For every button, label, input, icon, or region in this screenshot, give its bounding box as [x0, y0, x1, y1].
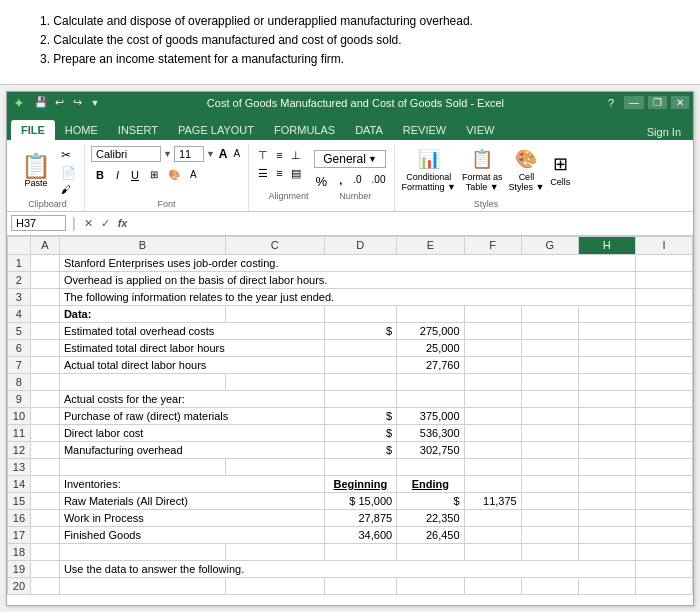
row-header-16[interactable]: 16 — [8, 509, 31, 526]
cell-e16[interactable]: 22,350 — [397, 509, 464, 526]
col-header-g[interactable]: G — [521, 236, 578, 254]
decrease-font-btn[interactable]: A — [232, 148, 243, 159]
cell-f10[interactable] — [464, 407, 521, 424]
row-header-3[interactable]: 3 — [8, 288, 31, 305]
cell-b9[interactable]: Actual costs for the year: — [59, 390, 324, 407]
cell-h13[interactable] — [578, 458, 635, 475]
col-header-e[interactable]: E — [397, 236, 464, 254]
cell-a11[interactable] — [30, 424, 59, 441]
cell-styles-btn[interactable]: 🎨 CellStyles ▼ — [508, 148, 544, 194]
cell-e11[interactable]: 536,300 — [397, 424, 464, 441]
save-icon[interactable]: 💾 — [33, 95, 49, 111]
cell-f12[interactable] — [464, 441, 521, 458]
cell-f14[interactable] — [464, 475, 521, 492]
cell-b18[interactable] — [59, 543, 225, 560]
align-bottom-btn[interactable]: ⊥ — [288, 148, 304, 163]
cell-h9[interactable] — [578, 390, 635, 407]
align-center-btn[interactable]: ≡ — [273, 166, 285, 181]
row-header-14[interactable]: 14 — [8, 475, 31, 492]
col-header-b[interactable]: B — [59, 236, 225, 254]
cell-f20[interactable] — [464, 577, 521, 594]
cell-i19[interactable] — [635, 560, 692, 577]
underline-button[interactable]: U — [126, 167, 144, 183]
cell-d11[interactable]: $ — [324, 424, 397, 441]
italic-button[interactable]: I — [111, 167, 124, 183]
cell-c4[interactable] — [225, 305, 324, 322]
cell-f9[interactable] — [464, 390, 521, 407]
cell-d20[interactable] — [324, 577, 397, 594]
cancel-formula-btn[interactable]: ✕ — [82, 217, 95, 230]
sign-in-btn[interactable]: Sign In — [639, 124, 689, 140]
cell-i9[interactable] — [635, 390, 692, 407]
cell-a15[interactable] — [30, 492, 59, 509]
cell-h11[interactable] — [578, 424, 635, 441]
cell-h14[interactable] — [578, 475, 635, 492]
cell-f6[interactable] — [464, 339, 521, 356]
number-format-dropdown[interactable]: General ▼ — [314, 150, 386, 168]
cell-i12[interactable] — [635, 441, 692, 458]
cell-i7[interactable] — [635, 356, 692, 373]
cell-h16[interactable] — [578, 509, 635, 526]
cell-g9[interactable] — [521, 390, 578, 407]
align-right-btn[interactable]: ▤ — [288, 166, 304, 181]
row-header-15[interactable]: 15 — [8, 492, 31, 509]
minimize-btn[interactable]: — — [624, 96, 644, 109]
border-btn[interactable]: ⊞ — [146, 167, 162, 182]
decrease-decimal-btn[interactable]: .00 — [369, 172, 389, 191]
help-icon[interactable]: ? — [608, 97, 614, 109]
cell-b20[interactable] — [59, 577, 225, 594]
formula-input[interactable] — [133, 216, 689, 230]
row-header-6[interactable]: 6 — [8, 339, 31, 356]
cell-e9[interactable] — [397, 390, 464, 407]
cell-h10[interactable] — [578, 407, 635, 424]
cell-i3[interactable] — [635, 288, 692, 305]
cell-h7[interactable] — [578, 356, 635, 373]
cell-a19[interactable] — [30, 560, 59, 577]
tab-data[interactable]: DATA — [345, 120, 393, 140]
font-name-dropdown-icon[interactable]: ▼ — [163, 149, 172, 159]
cell-h6[interactable] — [578, 339, 635, 356]
cell-e20[interactable] — [397, 577, 464, 594]
cell-g5[interactable] — [521, 322, 578, 339]
cell-i13[interactable] — [635, 458, 692, 475]
cell-f5[interactable] — [464, 322, 521, 339]
col-header-h[interactable]: H — [578, 236, 635, 254]
cell-f11[interactable] — [464, 424, 521, 441]
cells-btn[interactable]: ⊞ Cells — [550, 153, 570, 187]
increase-decimal-btn[interactable]: .0 — [350, 172, 364, 191]
cell-f17[interactable] — [464, 526, 521, 543]
cell-d6[interactable] — [324, 339, 397, 356]
cell-i10[interactable] — [635, 407, 692, 424]
cell-i17[interactable] — [635, 526, 692, 543]
cell-a14[interactable] — [30, 475, 59, 492]
col-header-a[interactable]: A — [30, 236, 59, 254]
tab-view[interactable]: VIEW — [456, 120, 504, 140]
cell-b2[interactable]: Overhead is applied on the basis of dire… — [59, 271, 635, 288]
customize-icon[interactable]: ▼ — [87, 95, 103, 111]
copy-button[interactable]: 📄 — [59, 165, 78, 181]
cell-i1[interactable] — [635, 254, 692, 271]
cell-g18[interactable] — [521, 543, 578, 560]
tab-page-layout[interactable]: PAGE LAYOUT — [168, 120, 264, 140]
cell-h20[interactable] — [578, 577, 635, 594]
cell-b12[interactable]: Manufacturing overhead — [59, 441, 324, 458]
cell-a1[interactable] — [30, 254, 59, 271]
cell-b14[interactable]: Inventories: — [59, 475, 324, 492]
close-btn[interactable]: ✕ — [671, 96, 689, 109]
cell-c20[interactable] — [225, 577, 324, 594]
row-header-10[interactable]: 10 — [8, 407, 31, 424]
align-middle-btn[interactable]: ≡ — [273, 148, 285, 163]
cell-e13[interactable] — [397, 458, 464, 475]
format-as-table-btn[interactable]: 📋 Format asTable ▼ — [462, 148, 503, 194]
cell-b17[interactable]: Finished Goods — [59, 526, 324, 543]
cell-e7[interactable]: 27,760 — [397, 356, 464, 373]
bold-button[interactable]: B — [91, 167, 109, 183]
cell-f18[interactable] — [464, 543, 521, 560]
cell-g17[interactable] — [521, 526, 578, 543]
cell-e14[interactable]: Ending — [397, 475, 464, 492]
col-header-c[interactable]: C — [225, 236, 324, 254]
cell-g20[interactable] — [521, 577, 578, 594]
cell-d5[interactable]: $ — [324, 322, 397, 339]
cell-i11[interactable] — [635, 424, 692, 441]
row-header-11[interactable]: 11 — [8, 424, 31, 441]
